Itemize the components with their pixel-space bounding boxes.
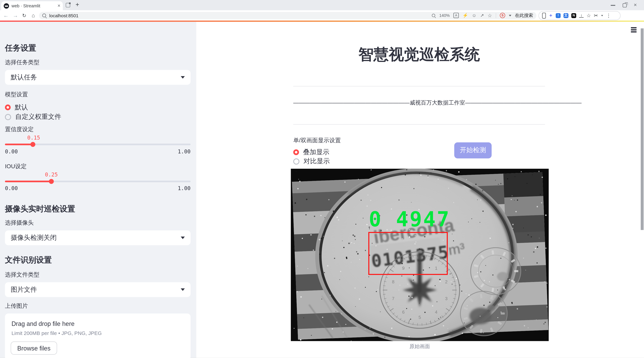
select-value: 图片文件 bbox=[11, 285, 181, 294]
iou-range: 0.00 1.00 bbox=[5, 185, 191, 191]
streamlit-favicon-icon bbox=[4, 3, 9, 8]
start-detection-button[interactable]: 开始检测 bbox=[454, 142, 492, 158]
small-dial-right bbox=[470, 248, 521, 295]
divider bbox=[496, 13, 496, 18]
tab-close-icon[interactable]: × bbox=[58, 3, 60, 9]
browser-titlebar: web · Streamlit × + × bbox=[0, 0, 644, 10]
browser-tab[interactable]: web · Streamlit × bbox=[1, 1, 63, 10]
forward-icon[interactable]: → bbox=[13, 10, 18, 21]
camera-label: 选择摄像头 bbox=[5, 219, 34, 227]
main-content: 智慧视觉巡检系统 —————————————————————威视百万大数据工作室… bbox=[196, 22, 644, 358]
chevron-down-icon bbox=[181, 288, 185, 291]
streamlit-decoration-bar bbox=[0, 21, 644, 22]
slider-thumb[interactable] bbox=[49, 179, 54, 184]
chevron-down-icon bbox=[181, 76, 185, 79]
search-engine-logo-icon[interactable]: S bbox=[500, 13, 505, 18]
translate-icon[interactable]: A bbox=[453, 13, 459, 18]
sidebar: 任务设置 选择任务类型 默认任务 模型设置 默认 自定义权重文件 置信度设定 0… bbox=[0, 22, 196, 358]
app-menu-icon[interactable] bbox=[631, 26, 637, 34]
zoom-icon[interactable] bbox=[432, 14, 436, 17]
alert-extension-icon[interactable]: ! bbox=[556, 13, 560, 18]
svg-text:4: 4 bbox=[435, 309, 438, 315]
display-radio-compare[interactable]: 对比显示 bbox=[293, 157, 330, 165]
divider bbox=[293, 86, 545, 86]
dropzone-title: Drag and drop file here bbox=[12, 320, 74, 327]
gemini-extension-icon[interactable]: ✦ bbox=[549, 13, 553, 18]
chevron-down-icon[interactable] bbox=[509, 15, 511, 16]
radio-unselected-icon bbox=[293, 158, 300, 164]
notion-extension-icon[interactable]: N bbox=[571, 13, 576, 18]
select-value: 摄像头检测关闭 bbox=[11, 234, 181, 242]
extensions-bar: ✦ ! 文 N ↓ ☆ ✂ ⋮ bbox=[539, 11, 620, 20]
iou-value: 0.25 bbox=[42, 171, 60, 178]
window-close-button[interactable]: × bbox=[634, 2, 637, 8]
studio-divider-text: —————————————————————威视百万大数据工作室—————————… bbox=[293, 99, 545, 107]
task-type-label: 选择任务类型 bbox=[5, 59, 40, 66]
address-bar[interactable]: localhost:8501 140% A ⚡ ☺ ↗ ☆ S 在此搜索 bbox=[39, 12, 536, 19]
browse-files-button[interactable]: Browse files bbox=[11, 341, 57, 354]
slider-thumb[interactable] bbox=[30, 142, 35, 147]
scissors-icon[interactable]: ✂ bbox=[594, 13, 598, 18]
camera-select[interactable]: 摄像头检测关闭 bbox=[5, 230, 191, 245]
lightning-icon[interactable]: ⚡ bbox=[462, 13, 468, 18]
radio-unselected-icon bbox=[5, 114, 11, 120]
svg-text:5: 5 bbox=[418, 315, 421, 320]
translate-extension-icon[interactable]: 文 bbox=[564, 13, 568, 18]
meter-photo: iberconta 0101375 m³ 0123456789 bbox=[291, 169, 549, 341]
zoom-level[interactable]: 140% bbox=[439, 13, 450, 18]
meter-unit-text: m³ bbox=[448, 240, 466, 258]
svg-text:7: 7 bbox=[392, 296, 394, 301]
model-radio-default[interactable]: 默认 bbox=[5, 103, 28, 112]
radio-label: 对比显示 bbox=[304, 157, 330, 166]
download-icon[interactable]: ↓ bbox=[579, 13, 584, 18]
browser-window: web · Streamlit × + × ← → ↻ ⌂ localhost:… bbox=[0, 0, 644, 358]
chevron-down-icon[interactable] bbox=[601, 15, 603, 16]
scrollbar[interactable] bbox=[641, 28, 644, 230]
file-dropzone[interactable]: Drag and drop file here Limit 200MB per … bbox=[5, 313, 191, 358]
star-icon[interactable]: ☆ bbox=[586, 13, 591, 18]
bookmark-star-icon[interactable]: ☆ bbox=[488, 13, 492, 18]
share-icon[interactable]: ↗ bbox=[480, 13, 484, 18]
svg-text:1: 1 bbox=[435, 266, 438, 271]
window-restore-button[interactable] bbox=[623, 3, 627, 7]
divider bbox=[293, 124, 545, 124]
slider-fill bbox=[5, 143, 33, 145]
task-settings-heading: 任务设置 bbox=[5, 43, 36, 54]
iou-slider[interactable] bbox=[5, 178, 191, 184]
url-text[interactable]: localhost:8501 bbox=[49, 13, 432, 18]
dropzone-hint: Limit 200MB per file • JPG, PNG, JPEG bbox=[12, 330, 102, 336]
display-mode-label: 单/双画面显示设置 bbox=[293, 137, 341, 144]
select-value: 默认任务 bbox=[11, 73, 181, 82]
radio-label: 默认 bbox=[15, 103, 28, 112]
file-type-select[interactable]: 图片文件 bbox=[5, 282, 191, 297]
kebab-menu-icon[interactable]: ⋮ bbox=[606, 13, 611, 18]
reader-icon[interactable]: ☺ bbox=[472, 13, 476, 18]
page-title: 智慧视觉巡检系统 bbox=[293, 44, 545, 65]
confidence-label: 置信度设定 bbox=[5, 126, 34, 133]
detection-score-text: 0 4947 bbox=[369, 207, 450, 231]
model-settings-label: 模型设置 bbox=[5, 91, 28, 98]
tab-organize-icon[interactable] bbox=[66, 3, 70, 7]
display-radio-overlay[interactable]: 叠加显示 bbox=[293, 148, 330, 156]
range-max: 1.00 bbox=[178, 185, 190, 191]
tab-title: web · Streamlit bbox=[12, 3, 56, 8]
model-radio-custom[interactable]: 自定义权重文件 bbox=[5, 113, 61, 121]
radio-label: 自定义权重文件 bbox=[15, 113, 61, 121]
camera-settings-heading: 摄像头实时巡检设置 bbox=[5, 204, 75, 214]
search-here-label[interactable]: 在此搜索 bbox=[515, 12, 533, 19]
phone-extension-icon[interactable] bbox=[542, 13, 546, 18]
file-settings-heading: 文件识别设置 bbox=[5, 255, 52, 265]
window-minimize-button[interactable] bbox=[611, 5, 615, 6]
range-min: 0.00 bbox=[5, 149, 18, 155]
new-tab-button[interactable]: + bbox=[76, 1, 79, 8]
detection-image: iberconta 0101375 m³ 0123456789 bbox=[291, 169, 549, 341]
slider-fill bbox=[5, 180, 51, 182]
task-type-select[interactable]: 默认任务 bbox=[5, 70, 191, 85]
back-icon[interactable]: ← bbox=[3, 10, 8, 21]
image-caption: 原始画面 bbox=[291, 343, 549, 350]
reload-icon[interactable]: ↻ bbox=[22, 10, 26, 21]
radio-selected-icon bbox=[5, 105, 11, 110]
home-icon[interactable]: ⌂ bbox=[32, 10, 35, 21]
confidence-range: 0.00 1.00 bbox=[5, 149, 191, 155]
confidence-slider[interactable] bbox=[5, 142, 191, 146]
